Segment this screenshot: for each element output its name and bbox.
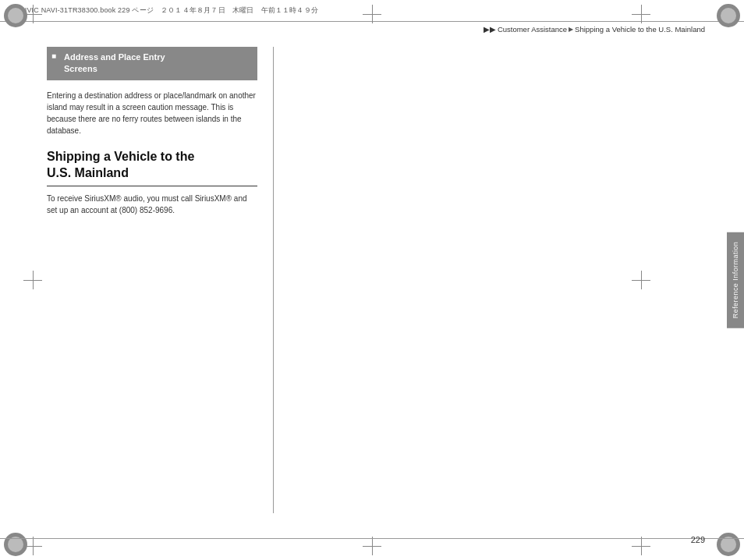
bottom-bar <box>0 538 744 560</box>
main-content: Address and Place Entry Screens Entering… <box>47 47 650 513</box>
file-info: 15 CIVIC NAVI-31TR38300.book 229 ページ ２０１… <box>9 5 318 16</box>
crosshair-mid-left <box>23 271 42 289</box>
section-title: Address and Place Entry Screens <box>64 51 250 76</box>
section-title-line2: Screens <box>64 64 97 73</box>
tab-label: Reference Information <box>729 232 742 328</box>
shipping-body-text: To receive SiriusXM® audio, you must cal… <box>47 193 257 216</box>
breadcrumb-section2: Shipping a Vehicle to the U.S. Mainland <box>575 25 705 34</box>
heading-line2: U.S. Mainland <box>47 166 129 179</box>
section-title-line1: Address and Place Entry <box>64 52 165 62</box>
page-number: 229 <box>691 535 705 544</box>
heading-line1: Shipping a Vehicle to the <box>47 150 194 163</box>
breadcrumb-arrows1: ▶▶ <box>484 25 496 34</box>
center-divider <box>273 47 274 513</box>
reference-information-tab: Reference Information <box>727 232 744 328</box>
left-column: Address and Place Entry Screens Entering… <box>47 47 257 229</box>
section-body-text: Entering a destination address or place/… <box>47 90 257 136</box>
shipping-heading: Shipping a Vehicle to the U.S. Mainland <box>47 149 257 187</box>
breadcrumb-section1: Customer Assistance <box>498 25 567 34</box>
crosshair-top-right <box>632 5 650 23</box>
breadcrumb-arrow2: ▶ <box>569 26 573 33</box>
page: 15 CIVIC NAVI-31TR38300.book 229 ページ ２０１… <box>0 0 744 560</box>
crosshair-top-center <box>363 5 381 23</box>
address-section-header: Address and Place Entry Screens <box>47 47 257 80</box>
breadcrumb: ▶▶ Customer Assistance ▶ Shipping a Vehi… <box>484 25 705 34</box>
corner-decoration-top-right <box>717 4 740 27</box>
crosshair-top-left <box>23 5 42 23</box>
